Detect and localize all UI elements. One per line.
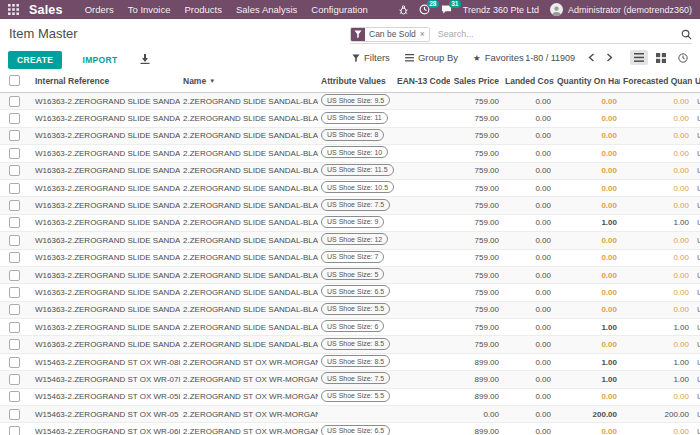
table-row[interactable]: W16363-2.ZEROGRAND SLIDE SANDAL-09H2.ZER… — [0, 93, 700, 110]
column-header-ean-13-code[interactable]: EAN-13 Code — [394, 69, 450, 93]
row-checkbox[interactable] — [9, 287, 20, 298]
cell-sales-price: 759.00 — [450, 162, 502, 179]
create-button[interactable]: CREATE — [8, 51, 62, 69]
table-row[interactable]: W16363-2.ZEROGRAND SLIDE SANDAL-112.ZERO… — [0, 110, 700, 127]
cell-sales-price: 899.00 — [450, 371, 502, 388]
row-checkbox[interactable] — [9, 357, 20, 368]
row-checkbox[interactable] — [9, 130, 20, 141]
cell-sales-price: 759.00 — [450, 301, 502, 318]
favorites-button[interactable]: ★ Favorites — [473, 52, 524, 63]
table-row[interactable]: W16363-2.ZEROGRAND SLIDE SANDAL-102.ZERO… — [0, 145, 700, 162]
menu-item-to-invoice[interactable]: To Invoice — [122, 4, 177, 15]
row-checkbox[interactable] — [9, 148, 20, 159]
select-all-header[interactable] — [0, 69, 32, 93]
select-all-checkbox[interactable] — [9, 75, 20, 86]
row-checkbox[interactable] — [9, 217, 20, 228]
table-row[interactable]: W16363-2.ZEROGRAND SLIDE SANDAL-08H2.ZER… — [0, 336, 700, 353]
menu-item-orders[interactable]: Orders — [79, 4, 120, 15]
app-title[interactable]: Sales — [29, 3, 63, 17]
apps-grid-icon[interactable] — [8, 4, 19, 15]
row-checkbox[interactable] — [9, 200, 20, 211]
cell-forecasted-quantity: 1.00 — [620, 214, 692, 231]
row-checkbox[interactable] — [9, 304, 20, 315]
activity-view-icon[interactable] — [674, 50, 692, 65]
table-row[interactable]: W15463-2.ZEROGRAND ST OX WR-05H2.ZEROGRA… — [0, 388, 700, 405]
search-bar: Can be Sold × — [350, 25, 692, 44]
table-row[interactable]: W16363-2.ZEROGRAND SLIDE SANDAL-11H2.ZER… — [0, 162, 700, 179]
row-checkbox[interactable] — [9, 270, 20, 281]
table-row[interactable]: W15463-2.ZEROGRAND ST OX WR-06H2.ZEROGRA… — [0, 423, 700, 435]
cell-unit-of-measure: Units — [692, 197, 700, 214]
row-checkbox[interactable] — [9, 165, 20, 176]
activities-clock-icon[interactable]: 28 — [419, 4, 430, 15]
filters-button[interactable]: Filters — [352, 52, 390, 63]
user-menu[interactable]: Administrator (demotrendz360) — [550, 3, 692, 16]
cell-quantity-on-hand: 0.00 — [554, 197, 620, 214]
row-checkbox[interactable] — [9, 235, 20, 246]
debug-icon[interactable] — [399, 5, 408, 15]
table-row[interactable]: W15463-2.ZEROGRAND ST OX WR-08H2.ZEROGRA… — [0, 353, 700, 370]
column-header-forecasted-quantity[interactable]: Forecasted Quantity — [620, 69, 692, 93]
attribute-pill: US Shoe Size: 7.5 — [321, 199, 390, 211]
row-checkbox[interactable] — [9, 113, 20, 124]
export-download-icon[interactable] — [140, 50, 150, 67]
cell-select — [0, 93, 32, 110]
table-row[interactable]: W16363-2.ZEROGRAND SLIDE SANDAL-122.ZERO… — [0, 232, 700, 249]
cell-forecasted-quantity: 0.00 — [620, 145, 692, 162]
row-checkbox[interactable] — [9, 183, 20, 194]
cell-unit-of-measure: Units — [692, 353, 700, 370]
cell-forecasted-quantity: 0.00 — [620, 388, 692, 405]
table-row[interactable]: W15463-2.ZEROGRAND ST OX WR-052.ZEROGRAN… — [0, 406, 700, 423]
menu-item-configuration[interactable]: Configuration — [305, 4, 374, 15]
row-checkbox[interactable] — [9, 409, 20, 420]
row-checkbox[interactable] — [9, 426, 20, 435]
page-title: Item Master — [9, 26, 78, 41]
search-input[interactable] — [436, 28, 681, 40]
cell-sales-price: 759.00 — [450, 249, 502, 266]
row-checkbox[interactable] — [9, 96, 20, 107]
cell-attribute-values: US Shoe Size: 6.5 — [318, 423, 394, 435]
menu-item-products[interactable]: Products — [179, 4, 229, 15]
cell-unit-of-measure: Units — [692, 145, 700, 162]
row-checkbox[interactable] — [9, 391, 20, 402]
cell-name: 2.ZEROGRAND SLIDE SANDAL-BLACK — [180, 162, 318, 179]
menu-item-sales-analysis[interactable]: Sales Analysis — [230, 4, 303, 15]
column-header-attribute-values[interactable]: Attribute Values — [318, 69, 394, 93]
list-view-icon[interactable] — [630, 50, 648, 65]
table-row[interactable]: W16363-2.ZEROGRAND SLIDE SANDAL-072.ZERO… — [0, 249, 700, 266]
cell-name: 2.ZEROGRAND ST OX WR-MORGANITE — [180, 388, 318, 405]
table-row[interactable]: W16363-2.ZEROGRAND SLIDE SANDAL-062.ZERO… — [0, 319, 700, 336]
table-row[interactable]: W16363-2.ZEROGRAND SLIDE SANDAL-092.ZERO… — [0, 214, 700, 231]
table-row[interactable]: W15463-2.ZEROGRAND ST OX WR-07H2.ZEROGRA… — [0, 371, 700, 388]
column-header-sales-price[interactable]: Sales Price — [450, 69, 502, 93]
row-checkbox[interactable] — [9, 322, 20, 333]
cell-select — [0, 423, 32, 435]
column-header-unit-of-measure[interactable]: Unit of Measure — [692, 69, 700, 93]
table-row[interactable]: W16363-2.ZEROGRAND SLIDE SANDAL-05H2.ZER… — [0, 301, 700, 318]
company-switcher[interactable]: Trendz 360 Pte Ltd — [463, 5, 539, 15]
pager-previous-icon[interactable] — [586, 51, 597, 64]
cell-landed-cost: 0.00 — [502, 110, 554, 127]
search-icon[interactable] — [681, 29, 692, 40]
column-header-internal-reference[interactable]: Internal Reference — [32, 69, 180, 93]
facet-remove-icon[interactable]: × — [420, 28, 429, 41]
messages-chat-icon[interactable]: 31 — [441, 4, 452, 15]
column-header-quantity-on-hand[interactable]: Quantity On Hand — [554, 69, 620, 93]
kanban-view-icon[interactable] — [652, 50, 670, 65]
table-row[interactable]: W16363-2.ZEROGRAND SLIDE SANDAL-10H2.ZER… — [0, 179, 700, 196]
column-header-name[interactable]: Name▼ — [180, 69, 318, 93]
import-button[interactable]: IMPORT — [77, 54, 124, 66]
pager-next-icon[interactable] — [604, 51, 615, 64]
table-row[interactable]: W16363-2.ZEROGRAND SLIDE SANDAL-082.ZERO… — [0, 127, 700, 144]
column-header-landed-cost[interactable]: Landed Cost — [502, 69, 554, 93]
row-checkbox[interactable] — [9, 339, 20, 350]
table-row[interactable]: W16363-2.ZEROGRAND SLIDE SANDAL-06H2.ZER… — [0, 284, 700, 301]
cell-internal-reference: W16363-2.ZEROGRAND SLIDE SANDAL-06 — [32, 319, 180, 336]
row-checkbox[interactable] — [9, 374, 20, 385]
group-by-button[interactable]: Group By — [405, 52, 458, 63]
row-checkbox[interactable] — [9, 252, 20, 263]
table-row[interactable]: W16363-2.ZEROGRAND SLIDE SANDAL-052.ZERO… — [0, 266, 700, 283]
avatar — [550, 3, 563, 16]
cell-internal-reference: W16363-2.ZEROGRAND SLIDE SANDAL-10H — [32, 179, 180, 196]
table-row[interactable]: W16363-2.ZEROGRAND SLIDE SANDAL-07H2.ZER… — [0, 197, 700, 214]
